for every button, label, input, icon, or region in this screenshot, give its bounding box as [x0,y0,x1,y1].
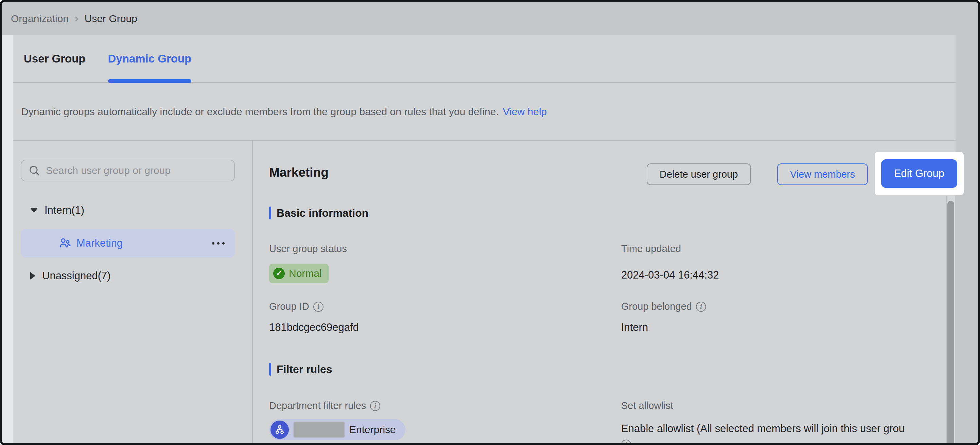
info-icon[interactable]: i [370,401,380,411]
section-accent-bar [269,207,271,219]
view-members-label: View members [790,169,855,180]
breadcrumb-item-organization[interactable]: Organization [11,13,68,24]
field-label-department-filter-rules: Department filter rules i [269,400,380,412]
page-description: Dynamic groups automatically include or … [13,84,956,141]
tab-user-group-label: User Group [24,52,86,65]
tab-bar: User Group Dynamic Group [13,35,956,83]
status-badge-label: Normal [289,268,322,279]
chevron-right-icon: › [75,12,78,24]
info-icon[interactable]: i [696,302,706,312]
more-actions-icon[interactable] [212,242,224,245]
search-icon [28,164,40,176]
field-label-user-group-status: User group status [269,243,347,254]
section-filter-rules-title: Filter rules [277,363,332,376]
breadcrumb-item-user-group[interactable]: User Group [84,13,137,24]
edit-group-highlight: Edit Group [875,152,964,195]
info-icon[interactable]: i [621,440,632,445]
sidebar-divider [252,141,253,443]
field-value-group-id: 181bdcgec69egafd [269,321,359,334]
search-input[interactable] [46,165,228,176]
tab-dynamic-group[interactable]: Dynamic Group [108,35,192,82]
scrollbar-thumb[interactable] [947,201,954,443]
screenshot-frame: Organization › User Group User Group Dyn… [0,0,980,445]
description-text: Dynamic groups automatically include or … [21,106,499,118]
field-label-group-id: Group ID i [269,301,323,312]
department-tag: Enterprise [269,419,406,440]
org-chart-icon [270,421,289,439]
delete-user-group-label: Delete user group [660,169,738,180]
edit-group-label: Edit Group [894,167,944,180]
check-circle-icon: ✓ [273,268,285,279]
tree-item-unassigned[interactable]: Unassigned(7) [30,268,111,284]
tree-item-marketing[interactable]: Marketing [21,229,235,257]
field-label-group-belonged: Group belonged i [621,301,706,312]
user-group-icon [58,237,72,250]
section-basic-information-title: Basic information [277,207,368,219]
tree-item-intern[interactable]: Intern(1) [30,202,84,218]
department-tag-label: Enterprise [349,424,396,435]
expand-icon[interactable] [30,272,35,280]
tab-user-group[interactable]: User Group [24,35,86,82]
group-search-box[interactable] [21,160,235,181]
field-value-time-updated: 2024-03-04 16:44:32 [621,269,719,281]
status-badge: ✓ Normal [269,264,329,283]
section-filter-rules: Filter rules [269,363,332,376]
field-value-set-allowlist: Enable allowlist (All selected members w… [621,423,956,435]
section-accent-bar [269,363,271,376]
group-title: Marketing [269,165,329,180]
view-members-button[interactable]: View members [777,164,868,185]
field-label-time-updated: Time updated [621,243,681,254]
delete-user-group-button[interactable]: Delete user group [647,164,751,185]
tab-dynamic-group-label: Dynamic Group [108,52,192,65]
breadcrumb: Organization › User Group [2,2,978,35]
view-help-link[interactable]: View help [503,106,547,118]
expand-collapse-icon[interactable] [30,208,38,213]
section-basic-information: Basic information [269,207,368,219]
tree-item-marketing-label: Marketing [76,237,123,250]
left-page-gutter [2,35,13,443]
edit-group-button[interactable]: Edit Group [881,159,957,188]
redacted-text [294,422,345,437]
right-page-gutter [956,35,978,443]
active-tab-underline [108,79,192,83]
field-label-set-allowlist: Set allowlist [621,400,673,412]
tree-item-intern-label: Intern(1) [45,204,84,216]
info-icon[interactable]: i [313,302,323,312]
field-value-group-belonged: Intern [621,321,648,334]
tree-item-unassigned-label: Unassigned(7) [42,270,111,282]
